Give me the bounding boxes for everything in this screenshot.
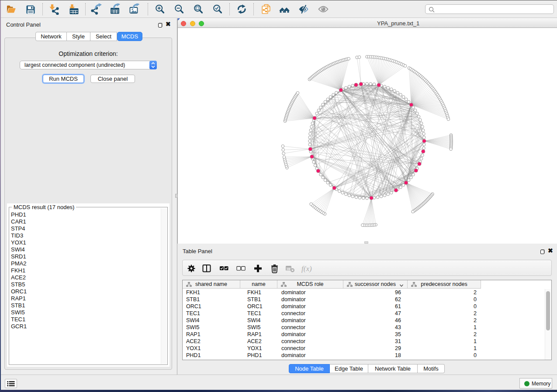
svg-text:f(x): f(x) [301, 265, 312, 273]
